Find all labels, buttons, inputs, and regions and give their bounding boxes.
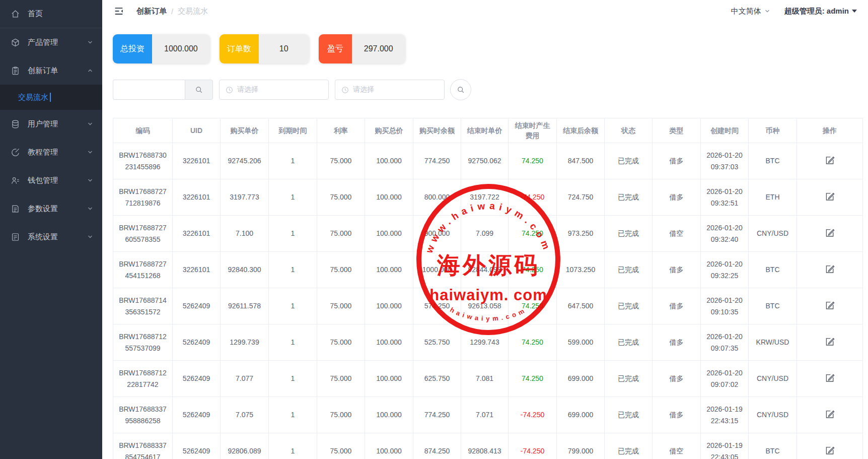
stat-card-1: 订单数10 (220, 34, 309, 63)
edit-button[interactable] (823, 298, 837, 312)
cell: 3226101 (183, 193, 210, 201)
sidebar-item-label: 产品管理 (28, 38, 58, 47)
cell: 774.250 (424, 411, 450, 419)
wallet-user-icon (11, 176, 20, 185)
cell: 100.000 (376, 157, 402, 165)
language-selector[interactable]: 中文简体 (731, 7, 770, 16)
cell: 100.000 (376, 374, 402, 382)
cell: 75.000 (330, 266, 352, 274)
table-row: BRW176887122281774252624097.077175.00010… (113, 361, 863, 397)
cell: BRW17688727712819876 (119, 186, 167, 209)
column-header-13: 币种 (749, 118, 797, 143)
cell: 借多 (670, 411, 684, 419)
cell: 1299.743 (470, 338, 499, 346)
sidebar-item-2[interactable]: 创新订单 (0, 56, 102, 85)
cell: 92808.413 (468, 447, 501, 455)
cell: 92844.098 (468, 266, 501, 274)
keyword-search-button[interactable] (185, 80, 213, 100)
table-row: BRW1768833795888625852624097.075175.0001… (113, 397, 863, 433)
user-menu[interactable]: 超级管理员: admin (784, 7, 857, 16)
column-header-11: 类型 (653, 118, 701, 143)
cell: 774.250 (424, 157, 450, 165)
table-row: BRW1768872760557835532261017.100175.0001… (113, 216, 863, 252)
cell: 5262409 (183, 447, 210, 455)
cell: 799.000 (568, 447, 594, 455)
edit-button[interactable] (823, 443, 837, 457)
edit-button[interactable] (823, 262, 837, 276)
cell: 1 (291, 193, 295, 201)
cell: BRW1768871222817742 (119, 367, 167, 390)
stat-cards: 总投资1000.000订单数10盈亏297.000 (113, 34, 862, 63)
cell: 100.000 (376, 302, 402, 310)
date-to-input[interactable]: 请选择 (335, 80, 445, 100)
cell: 599.000 (568, 338, 594, 346)
search-button[interactable] (450, 79, 471, 100)
cell: 75.000 (330, 229, 352, 237)
cell: 1 (291, 374, 295, 382)
edit-button[interactable] (823, 153, 837, 167)
cell: 92750.062 (468, 157, 501, 165)
cube-icon (11, 38, 20, 47)
cell: 2026-01-19 22:43:05 (706, 441, 743, 459)
edit-button[interactable] (823, 226, 837, 240)
cell: -74.250 (521, 411, 544, 419)
date-from-input[interactable]: 请选择 (219, 80, 329, 100)
edit-button[interactable] (823, 371, 837, 385)
edit-button[interactable] (823, 335, 837, 349)
sidebar-item-7[interactable]: 系统设置 (0, 223, 102, 251)
sidebar-item-3[interactable]: 用户管理 (0, 110, 102, 138)
cell: 973.250 (568, 229, 594, 237)
table-row: BRW17688727454151268322610192840.300175.… (113, 252, 863, 288)
breadcrumb-parent[interactable]: 创新订单 (136, 7, 167, 16)
sidebar-item-label: 系统设置 (28, 232, 58, 242)
chevron-down-icon (87, 206, 93, 212)
keyword-input[interactable] (113, 80, 185, 100)
cell: 2026-01-20 09:32:51 (706, 187, 743, 207)
cell: BTC (766, 447, 780, 455)
stat-card-label: 总投资 (113, 34, 152, 63)
cell: 7.075 (236, 411, 253, 419)
column-header-6: 购买时余额 (413, 118, 461, 143)
collapse-sidebar-icon[interactable] (113, 6, 124, 17)
params-icon (11, 204, 20, 214)
sidebar-item-0[interactable]: 首页 (0, 0, 102, 28)
cell: 2026-01-20 09:32:25 (706, 260, 743, 279)
cell: BRW17688337958886258 (119, 404, 167, 426)
cell: 2026-01-20 09:32:40 (706, 224, 743, 243)
cell: 借多 (670, 193, 684, 201)
cell: 借多 (670, 338, 684, 346)
cell: 100.000 (376, 193, 402, 201)
edit-button[interactable] (823, 189, 837, 204)
cell: BRW17688730231455896 (119, 150, 167, 172)
cell: 625.750 (424, 374, 450, 382)
cell: 已完成 (618, 157, 639, 165)
edit-button[interactable] (823, 407, 837, 421)
cell: 75.000 (330, 447, 352, 455)
cell: 1 (291, 338, 295, 346)
sidebar-item-5[interactable]: 钱包管理 (0, 166, 102, 194)
cell: 2026-01-20 09:10:35 (706, 296, 743, 315)
cell: 已完成 (618, 302, 639, 310)
sidebar-item-6[interactable]: 参数设置 (0, 194, 102, 223)
column-header-7: 结束时单价 (461, 118, 509, 143)
chevron-down-icon (764, 8, 770, 14)
sidebar-subitem-label: 交易流水 (18, 93, 48, 102)
column-header-8: 结束时产生费用 (509, 118, 557, 143)
sidebar-item-label: 创新订单 (28, 66, 58, 76)
cell: 74.250 (522, 302, 543, 310)
cell: 74.250 (522, 374, 543, 382)
cell: 874.250 (424, 447, 450, 455)
sidebar-item-1[interactable]: 产品管理 (0, 28, 102, 56)
cell: 2026-01-20 09:37:03 (706, 151, 743, 170)
sidebar-subitem-2-0[interactable]: 交易流水 (0, 85, 102, 110)
sidebar-item-4[interactable]: 教程管理 (0, 138, 102, 166)
column-header-14: 操作 (797, 118, 863, 143)
text-cursor (50, 93, 51, 102)
cell: 已完成 (618, 411, 639, 419)
tutorial-icon (11, 148, 20, 157)
sidebar: 首页产品管理创新订单交易流水用户管理教程管理钱包管理参数设置系统设置 (0, 0, 102, 459)
system-icon (11, 232, 20, 242)
chevron-up-icon (87, 68, 93, 74)
cell: 2026-01-20 09:07:35 (706, 333, 743, 352)
cell: 100.000 (376, 447, 402, 455)
